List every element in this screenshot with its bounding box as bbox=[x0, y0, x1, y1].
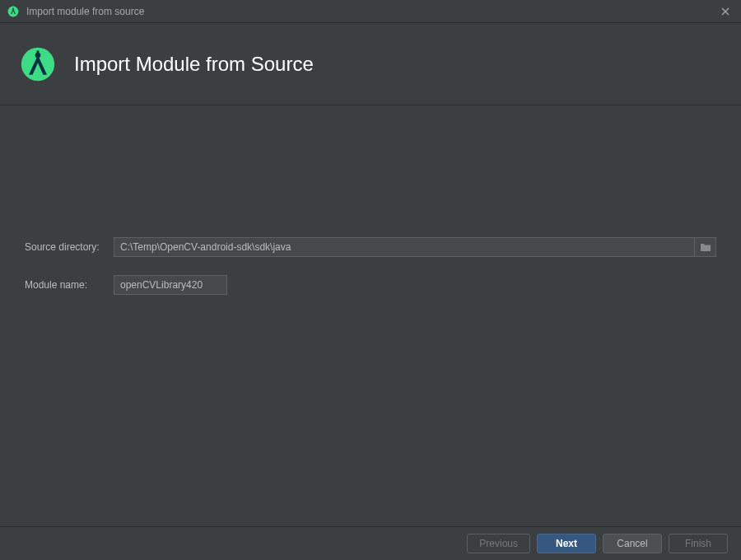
previous-button: Previous bbox=[467, 534, 530, 553]
module-name-input-wrapper bbox=[114, 275, 716, 295]
close-icon bbox=[721, 7, 729, 16]
dialog-footer: Previous Next Cancel Finish bbox=[0, 526, 741, 560]
source-directory-input[interactable] bbox=[114, 237, 695, 257]
dialog-content: Source directory: Module name: bbox=[0, 105, 741, 526]
module-name-input[interactable] bbox=[114, 275, 227, 295]
source-directory-row: Source directory: bbox=[25, 237, 716, 257]
next-button[interactable]: Next bbox=[537, 534, 596, 553]
module-name-label: Module name: bbox=[25, 279, 114, 291]
browse-button[interactable] bbox=[695, 237, 716, 257]
dialog-title: Import Module from Source bbox=[74, 53, 314, 76]
folder-icon bbox=[700, 242, 711, 252]
close-button[interactable] bbox=[716, 3, 734, 20]
cancel-button[interactable]: Cancel bbox=[603, 534, 662, 553]
svg-point-0 bbox=[8, 6, 19, 16]
titlebar-title: Import module from source bbox=[26, 6, 144, 17]
android-studio-icon bbox=[7, 5, 20, 18]
finish-button: Finish bbox=[669, 534, 728, 553]
source-directory-label: Source directory: bbox=[25, 241, 114, 253]
titlebar: Import module from source bbox=[0, 0, 741, 23]
source-directory-input-wrapper bbox=[114, 237, 716, 257]
svg-rect-6 bbox=[37, 50, 40, 55]
android-studio-large-icon bbox=[20, 46, 56, 82]
module-name-row: Module name: bbox=[25, 275, 716, 295]
svg-point-1 bbox=[12, 7, 14, 9]
dialog-header: Import Module from Source bbox=[0, 23, 741, 105]
